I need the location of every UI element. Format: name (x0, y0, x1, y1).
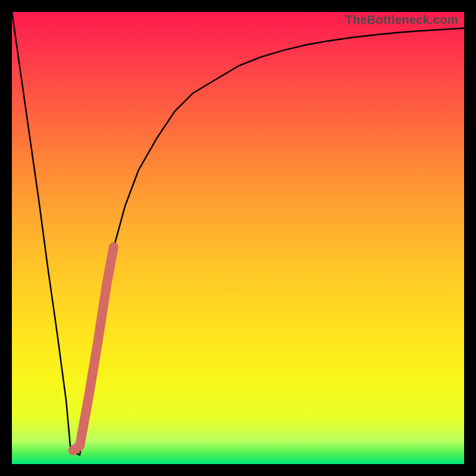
outer-frame: TheBottleneck.com (0, 0, 476, 476)
bottleneck-curve-path (12, 12, 464, 455)
highlight-segment-path (73, 247, 114, 450)
plot-area: TheBottleneck.com (12, 12, 464, 464)
chart-svg (12, 12, 464, 464)
